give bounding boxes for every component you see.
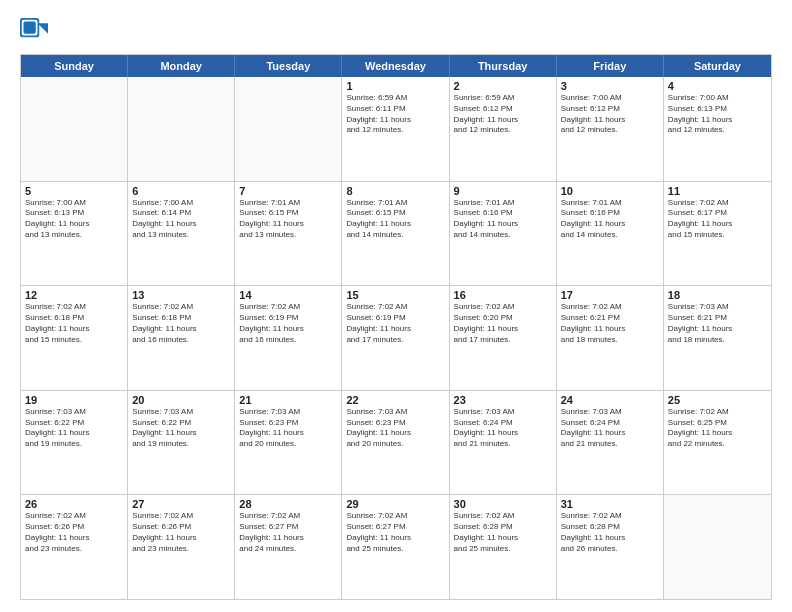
day-number: 30 bbox=[454, 498, 552, 510]
day-number: 14 bbox=[239, 289, 337, 301]
calendar-cell bbox=[235, 77, 342, 181]
day-number: 8 bbox=[346, 185, 444, 197]
day-number: 10 bbox=[561, 185, 659, 197]
cell-text: Sunrise: 7:02 AM Sunset: 6:28 PM Dayligh… bbox=[454, 511, 552, 554]
calendar-cell: 21Sunrise: 7:03 AM Sunset: 6:23 PM Dayli… bbox=[235, 391, 342, 495]
cell-text: Sunrise: 7:00 AM Sunset: 6:14 PM Dayligh… bbox=[132, 198, 230, 241]
calendar-row: 19Sunrise: 7:03 AM Sunset: 6:22 PM Dayli… bbox=[21, 391, 771, 496]
day-number: 23 bbox=[454, 394, 552, 406]
cell-text: Sunrise: 7:02 AM Sunset: 6:18 PM Dayligh… bbox=[132, 302, 230, 345]
cell-text: Sunrise: 7:02 AM Sunset: 6:26 PM Dayligh… bbox=[25, 511, 123, 554]
cell-text: Sunrise: 7:03 AM Sunset: 6:22 PM Dayligh… bbox=[132, 407, 230, 450]
day-number: 5 bbox=[25, 185, 123, 197]
calendar-cell: 17Sunrise: 7:02 AM Sunset: 6:21 PM Dayli… bbox=[557, 286, 664, 390]
calendar-cell: 20Sunrise: 7:03 AM Sunset: 6:22 PM Dayli… bbox=[128, 391, 235, 495]
page: SundayMondayTuesdayWednesdayThursdayFrid… bbox=[0, 0, 792, 612]
calendar-cell: 16Sunrise: 7:02 AM Sunset: 6:20 PM Dayli… bbox=[450, 286, 557, 390]
calendar-row: 26Sunrise: 7:02 AM Sunset: 6:26 PM Dayli… bbox=[21, 495, 771, 599]
cell-text: Sunrise: 7:03 AM Sunset: 6:24 PM Dayligh… bbox=[561, 407, 659, 450]
header bbox=[20, 18, 772, 46]
day-number: 15 bbox=[346, 289, 444, 301]
cell-text: Sunrise: 7:00 AM Sunset: 6:12 PM Dayligh… bbox=[561, 93, 659, 136]
calendar: SundayMondayTuesdayWednesdayThursdayFrid… bbox=[20, 54, 772, 600]
calendar-cell: 8Sunrise: 7:01 AM Sunset: 6:15 PM Daylig… bbox=[342, 182, 449, 286]
calendar-row: 12Sunrise: 7:02 AM Sunset: 6:18 PM Dayli… bbox=[21, 286, 771, 391]
calendar-cell: 24Sunrise: 7:03 AM Sunset: 6:24 PM Dayli… bbox=[557, 391, 664, 495]
calendar-cell: 28Sunrise: 7:02 AM Sunset: 6:27 PM Dayli… bbox=[235, 495, 342, 599]
cell-text: Sunrise: 7:02 AM Sunset: 6:25 PM Dayligh… bbox=[668, 407, 767, 450]
calendar-cell: 18Sunrise: 7:03 AM Sunset: 6:21 PM Dayli… bbox=[664, 286, 771, 390]
calendar-cell: 11Sunrise: 7:02 AM Sunset: 6:17 PM Dayli… bbox=[664, 182, 771, 286]
calendar-cell: 31Sunrise: 7:02 AM Sunset: 6:28 PM Dayli… bbox=[557, 495, 664, 599]
day-number: 28 bbox=[239, 498, 337, 510]
day-number: 21 bbox=[239, 394, 337, 406]
day-number: 31 bbox=[561, 498, 659, 510]
day-number: 9 bbox=[454, 185, 552, 197]
calendar-cell: 4Sunrise: 7:00 AM Sunset: 6:13 PM Daylig… bbox=[664, 77, 771, 181]
cell-text: Sunrise: 7:00 AM Sunset: 6:13 PM Dayligh… bbox=[668, 93, 767, 136]
calendar-cell: 12Sunrise: 7:02 AM Sunset: 6:18 PM Dayli… bbox=[21, 286, 128, 390]
cell-text: Sunrise: 7:01 AM Sunset: 6:16 PM Dayligh… bbox=[454, 198, 552, 241]
day-number: 2 bbox=[454, 80, 552, 92]
day-number: 16 bbox=[454, 289, 552, 301]
cell-text: Sunrise: 7:02 AM Sunset: 6:27 PM Dayligh… bbox=[239, 511, 337, 554]
weekday-header: Thursday bbox=[450, 55, 557, 77]
cell-text: Sunrise: 7:02 AM Sunset: 6:27 PM Dayligh… bbox=[346, 511, 444, 554]
calendar-cell bbox=[21, 77, 128, 181]
day-number: 25 bbox=[668, 394, 767, 406]
cell-text: Sunrise: 7:03 AM Sunset: 6:24 PM Dayligh… bbox=[454, 407, 552, 450]
weekday-header: Wednesday bbox=[342, 55, 449, 77]
day-number: 20 bbox=[132, 394, 230, 406]
day-number: 6 bbox=[132, 185, 230, 197]
cell-text: Sunrise: 7:02 AM Sunset: 6:19 PM Dayligh… bbox=[346, 302, 444, 345]
day-number: 22 bbox=[346, 394, 444, 406]
cell-text: Sunrise: 7:03 AM Sunset: 6:21 PM Dayligh… bbox=[668, 302, 767, 345]
calendar-cell: 5Sunrise: 7:00 AM Sunset: 6:13 PM Daylig… bbox=[21, 182, 128, 286]
weekday-header: Saturday bbox=[664, 55, 771, 77]
calendar-cell: 3Sunrise: 7:00 AM Sunset: 6:12 PM Daylig… bbox=[557, 77, 664, 181]
calendar-cell bbox=[128, 77, 235, 181]
calendar-cell: 26Sunrise: 7:02 AM Sunset: 6:26 PM Dayli… bbox=[21, 495, 128, 599]
cell-text: Sunrise: 6:59 AM Sunset: 6:11 PM Dayligh… bbox=[346, 93, 444, 136]
cell-text: Sunrise: 7:02 AM Sunset: 6:26 PM Dayligh… bbox=[132, 511, 230, 554]
calendar-cell: 22Sunrise: 7:03 AM Sunset: 6:23 PM Dayli… bbox=[342, 391, 449, 495]
calendar-cell: 6Sunrise: 7:00 AM Sunset: 6:14 PM Daylig… bbox=[128, 182, 235, 286]
day-number: 4 bbox=[668, 80, 767, 92]
calendar-cell: 10Sunrise: 7:01 AM Sunset: 6:16 PM Dayli… bbox=[557, 182, 664, 286]
calendar-cell: 2Sunrise: 6:59 AM Sunset: 6:12 PM Daylig… bbox=[450, 77, 557, 181]
day-number: 17 bbox=[561, 289, 659, 301]
cell-text: Sunrise: 7:02 AM Sunset: 6:21 PM Dayligh… bbox=[561, 302, 659, 345]
weekday-header: Tuesday bbox=[235, 55, 342, 77]
weekday-header: Monday bbox=[128, 55, 235, 77]
cell-text: Sunrise: 7:03 AM Sunset: 6:23 PM Dayligh… bbox=[346, 407, 444, 450]
day-number: 11 bbox=[668, 185, 767, 197]
day-number: 18 bbox=[668, 289, 767, 301]
day-number: 13 bbox=[132, 289, 230, 301]
calendar-header: SundayMondayTuesdayWednesdayThursdayFrid… bbox=[21, 55, 771, 77]
cell-text: Sunrise: 7:01 AM Sunset: 6:15 PM Dayligh… bbox=[346, 198, 444, 241]
cell-text: Sunrise: 7:01 AM Sunset: 6:16 PM Dayligh… bbox=[561, 198, 659, 241]
cell-text: Sunrise: 7:01 AM Sunset: 6:15 PM Dayligh… bbox=[239, 198, 337, 241]
calendar-cell: 30Sunrise: 7:02 AM Sunset: 6:28 PM Dayli… bbox=[450, 495, 557, 599]
calendar-cell: 13Sunrise: 7:02 AM Sunset: 6:18 PM Dayli… bbox=[128, 286, 235, 390]
calendar-row: 5Sunrise: 7:00 AM Sunset: 6:13 PM Daylig… bbox=[21, 182, 771, 287]
calendar-cell: 15Sunrise: 7:02 AM Sunset: 6:19 PM Dayli… bbox=[342, 286, 449, 390]
day-number: 27 bbox=[132, 498, 230, 510]
cell-text: Sunrise: 6:59 AM Sunset: 6:12 PM Dayligh… bbox=[454, 93, 552, 136]
day-number: 19 bbox=[25, 394, 123, 406]
day-number: 12 bbox=[25, 289, 123, 301]
calendar-cell: 23Sunrise: 7:03 AM Sunset: 6:24 PM Dayli… bbox=[450, 391, 557, 495]
calendar-cell: 29Sunrise: 7:02 AM Sunset: 6:27 PM Dayli… bbox=[342, 495, 449, 599]
calendar-cell: 7Sunrise: 7:01 AM Sunset: 6:15 PM Daylig… bbox=[235, 182, 342, 286]
calendar-body: 1Sunrise: 6:59 AM Sunset: 6:11 PM Daylig… bbox=[21, 77, 771, 599]
cell-text: Sunrise: 7:02 AM Sunset: 6:19 PM Dayligh… bbox=[239, 302, 337, 345]
logo bbox=[20, 18, 52, 46]
cell-text: Sunrise: 7:02 AM Sunset: 6:28 PM Dayligh… bbox=[561, 511, 659, 554]
svg-rect-4 bbox=[24, 22, 36, 34]
day-number: 24 bbox=[561, 394, 659, 406]
weekday-header: Sunday bbox=[21, 55, 128, 77]
day-number: 7 bbox=[239, 185, 337, 197]
cell-text: Sunrise: 7:02 AM Sunset: 6:17 PM Dayligh… bbox=[668, 198, 767, 241]
logo-icon bbox=[20, 18, 48, 46]
cell-text: Sunrise: 7:00 AM Sunset: 6:13 PM Dayligh… bbox=[25, 198, 123, 241]
